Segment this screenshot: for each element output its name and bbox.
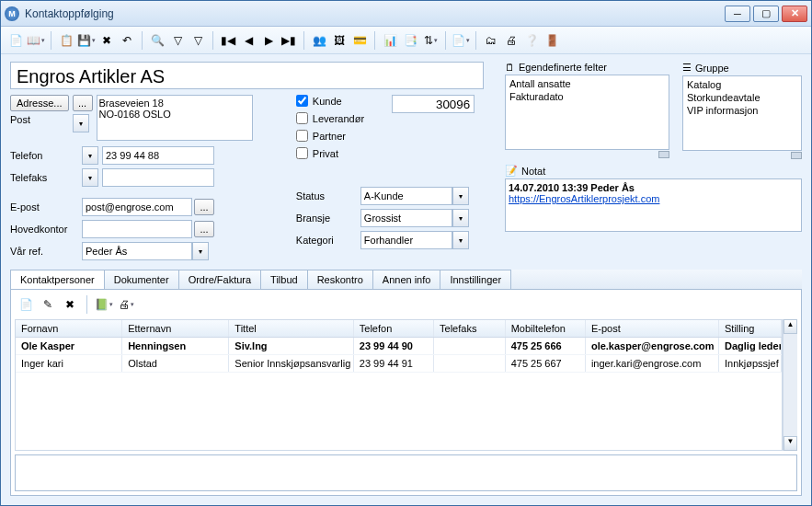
first-icon[interactable]: ▮◀ xyxy=(219,31,237,50)
help-icon[interactable]: ❔ xyxy=(522,31,541,50)
address-text[interactable]: Braseveien 18 NO-0168 OSLO xyxy=(97,95,253,141)
docs-icon[interactable]: 📑 xyxy=(401,31,419,50)
list-item[interactable]: VIP informasjon xyxy=(685,104,799,117)
map-icon[interactable]: 🖼 xyxy=(330,31,349,50)
partner-checkbox[interactable]: Partner xyxy=(296,130,364,142)
table-cell: 23 99 44 90 xyxy=(354,338,434,354)
bransje-dropdown[interactable]: ▾ xyxy=(452,209,469,227)
filter-icon[interactable]: ▽ xyxy=(168,31,187,50)
list-item[interactable]: Storkundeavtale xyxy=(685,91,799,104)
next-icon[interactable]: ▶ xyxy=(259,31,278,50)
list-item[interactable]: Fakturadato xyxy=(508,90,667,103)
table-cell: inger.kari@engrose.com xyxy=(586,355,719,372)
privat-checkbox[interactable]: Privat xyxy=(296,147,364,159)
sub-print-icon[interactable]: 🖨 xyxy=(117,295,135,314)
list-item[interactable]: Antall ansatte xyxy=(508,77,667,90)
resize-handle[interactable] xyxy=(658,151,669,158)
gruppe-list[interactable]: Katalog Storkundeavtale VIP informasjon xyxy=(682,75,802,151)
grid-col-tittel[interactable]: Tittel xyxy=(229,320,353,337)
hovedkontor-input[interactable] xyxy=(82,220,192,238)
status-select[interactable] xyxy=(360,187,452,205)
app-icon: M xyxy=(5,6,19,21)
tab-kontaktpersoner[interactable]: Kontaktpersoner xyxy=(10,270,105,289)
tab-annen-info[interactable]: Annen info xyxy=(372,270,441,289)
sort-icon[interactable]: ⇅ xyxy=(421,31,440,50)
grid-col-mobil[interactable]: Mobiltelefon xyxy=(506,320,586,337)
varref-input[interactable] xyxy=(82,242,192,260)
grid-col-stilling[interactable]: Stilling xyxy=(719,320,782,337)
contacts-icon[interactable]: 👥 xyxy=(310,31,328,50)
company-name-field[interactable]: Engros Artikler AS xyxy=(10,62,484,89)
resize-handle[interactable] xyxy=(791,152,802,159)
filter-clear-icon[interactable]: ▽ xyxy=(189,31,207,50)
contacts-grid[interactable]: Fornavn Etternavn Tittel Telefon Telefak… xyxy=(15,319,783,451)
new-icon[interactable]: 📄 xyxy=(6,31,25,50)
kategori-label: Kategori xyxy=(296,235,360,246)
grid-col-telefaks[interactable]: Telefaks xyxy=(434,320,506,337)
telefon-dropdown[interactable]: ▾ xyxy=(82,146,98,165)
page-icon[interactable]: 📄 xyxy=(452,31,470,50)
sub-new-icon[interactable]: 📄 xyxy=(17,295,35,314)
scroll-down-icon[interactable]: ▼ xyxy=(783,436,797,451)
undo-icon[interactable]: ↶ xyxy=(118,31,136,50)
tab-reskontro[interactable]: Reskontro xyxy=(307,270,373,289)
open-icon[interactable]: 📖 xyxy=(27,31,45,50)
print-icon[interactable]: 🖨 xyxy=(502,31,520,50)
minimize-button[interactable]: ─ xyxy=(725,6,750,22)
varref-dropdown[interactable]: ▾ xyxy=(192,242,209,260)
telefon-input[interactable] xyxy=(102,146,214,165)
epost-input[interactable] xyxy=(82,198,192,216)
grid-col-epost[interactable]: E-post xyxy=(586,320,719,337)
egendefinerte-list[interactable]: Antall ansatte Fakturadato xyxy=(505,75,669,150)
settings-icon[interactable]: 🗂 xyxy=(482,31,500,50)
table-cell: Ole Kasper xyxy=(16,338,122,354)
form-icon: 🗒 xyxy=(505,62,515,73)
scroll-up-icon[interactable]: ▲ xyxy=(783,319,797,334)
list-item[interactable]: Katalog xyxy=(685,78,799,91)
chart-icon[interactable]: 📊 xyxy=(381,31,399,50)
kategori-select[interactable] xyxy=(360,231,452,249)
kategori-dropdown[interactable]: ▾ xyxy=(452,231,469,249)
maximize-button[interactable]: ▢ xyxy=(753,6,779,22)
exit-icon[interactable]: 🚪 xyxy=(543,31,561,50)
tab-ordre-faktura[interactable]: Ordre/Faktura xyxy=(178,270,261,289)
grid-col-etternavn[interactable]: Etternavn xyxy=(122,320,229,337)
detail-notes[interactable] xyxy=(15,454,797,491)
notat-timestamp: 14.07.2010 13:39 Peder Ås xyxy=(509,182,798,193)
sub-excel-icon[interactable]: 📗 xyxy=(95,295,113,314)
grid-col-fornavn[interactable]: Fornavn xyxy=(16,320,122,337)
telefaks-input[interactable] xyxy=(102,168,214,187)
search-icon[interactable]: 🔍 xyxy=(148,31,166,50)
notat-box[interactable]: 14.07.2010 13:39 Peder Ås https://Engros… xyxy=(505,178,802,232)
tab-tilbud[interactable]: Tilbud xyxy=(260,270,308,289)
card-icon[interactable]: 💳 xyxy=(350,31,369,50)
close-button[interactable]: ✕ xyxy=(782,6,807,22)
last-icon[interactable]: ▶▮ xyxy=(280,31,298,50)
sub-delete-icon[interactable]: ✖ xyxy=(61,295,79,314)
kundenr-field[interactable] xyxy=(392,95,475,113)
grid-col-telefon[interactable]: Telefon xyxy=(354,320,434,337)
grid-scrollbar[interactable]: ▲ ▼ xyxy=(783,319,797,451)
bransje-label: Bransje xyxy=(296,213,360,224)
hovedkontor-ellipsis-button[interactable]: ... xyxy=(194,221,214,237)
address-ellipsis-button[interactable]: ... xyxy=(73,95,93,111)
list-icon[interactable]: 📋 xyxy=(57,31,75,50)
prev-icon[interactable]: ◀ xyxy=(239,31,257,50)
tab-dokumenter[interactable]: Dokumenter xyxy=(104,270,179,289)
status-dropdown[interactable]: ▾ xyxy=(452,187,469,205)
leverandor-checkbox[interactable]: Leverandør xyxy=(296,112,364,124)
tab-innstillinger[interactable]: Innstillinger xyxy=(440,270,511,289)
post-dropdown[interactable]: ▾ xyxy=(73,114,89,132)
bransje-select[interactable] xyxy=(360,209,452,227)
epost-ellipsis-button[interactable]: ... xyxy=(194,199,214,215)
telefaks-dropdown[interactable]: ▾ xyxy=(82,168,98,187)
kunde-checkbox[interactable]: Kunde xyxy=(296,95,364,107)
sub-edit-icon[interactable]: ✎ xyxy=(39,295,57,314)
table-cell: Daglig leder xyxy=(719,338,782,354)
table-row[interactable]: Inger kariOlstadSenior Innskjøpsansvarli… xyxy=(16,355,782,373)
save-icon[interactable]: 💾 xyxy=(77,31,96,50)
delete-icon[interactable]: ✖ xyxy=(97,31,116,50)
address-button[interactable]: Adresse... xyxy=(10,95,69,111)
table-row[interactable]: Ole KasperHenningsenSiv.Ing23 99 44 9047… xyxy=(16,338,782,355)
notat-link[interactable]: https://EngrosArtiklerprosjekt.com xyxy=(509,193,659,204)
